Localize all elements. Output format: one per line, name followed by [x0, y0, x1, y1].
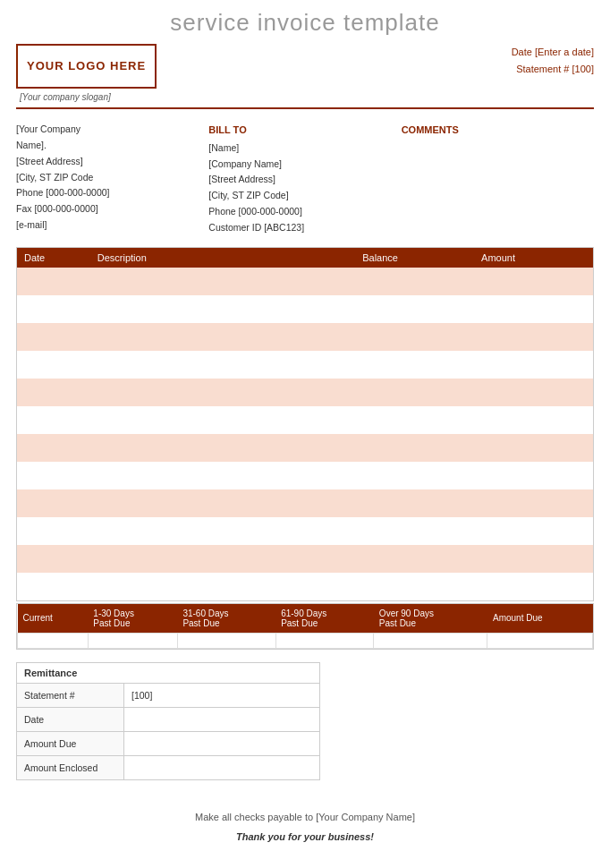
summary-over-90-value — [374, 633, 487, 648]
table-cell-description — [90, 434, 355, 462]
summary-col-61-90: 61-90 DaysPast Due — [275, 604, 374, 634]
invoice-table: Date Description Balance Amount — [17, 248, 593, 600]
thank-you-text: Thank you for your business! — [16, 827, 594, 847]
remittance-label-date: Date — [17, 707, 124, 731]
bill-to-line-1: [Name] — [208, 140, 401, 157]
bill-to-col: BILL TO [Name] [Company Name] [Street Ad… — [208, 122, 401, 236]
table-cell-description — [90, 323, 355, 351]
remittance-row-statement: Statement # [100] — [17, 683, 320, 707]
statement-entry: [100] — [572, 64, 594, 74]
table-cell-date — [17, 379, 90, 406]
company-line-4: [City, ST ZIP Code — [16, 170, 208, 186]
table-cell-date — [17, 323, 90, 351]
remittance-header: Remittance — [17, 662, 320, 683]
table-cell-amount — [474, 489, 593, 517]
info-section: [Your Company Name]. [Street Address] [C… — [16, 118, 594, 236]
table-cell-balance — [355, 434, 474, 462]
table-row — [17, 351, 593, 379]
comments-col: COMMENTS — [402, 122, 594, 236]
table-cell-description — [90, 295, 355, 323]
remittance-value-statement: [100] — [124, 683, 320, 707]
table-cell-balance — [355, 268, 474, 295]
table-cell-date — [17, 517, 90, 545]
table-cell-date — [17, 489, 90, 517]
date-label: Date — [512, 47, 532, 57]
company-slogan: [Your company slogan] — [20, 92, 157, 102]
table-cell-amount — [474, 323, 593, 351]
table-row — [17, 268, 593, 295]
remittance-value-amount-enclosed — [124, 755, 320, 779]
table-cell-description — [90, 517, 355, 545]
remittance-label-statement: Statement # — [17, 683, 124, 707]
summary-col-1-30: 1-30 DaysPast Due — [88, 604, 177, 634]
table-row — [17, 545, 593, 573]
table-cell-balance — [355, 545, 474, 573]
remittance-label-amount-due: Amount Due — [17, 731, 124, 755]
bill-to-line-2: [Company Name] — [208, 157, 401, 173]
summary-table: Current 1-30 DaysPast Due 31-60 DaysPast… — [17, 604, 593, 649]
summary-table-container: Current 1-30 DaysPast Due 31-60 DaysPast… — [16, 603, 594, 650]
company-line-2: Name]. — [16, 138, 208, 154]
logo: YOUR LOGO HERE — [16, 44, 157, 89]
col-header-date: Date — [17, 248, 90, 268]
date-line: Date [Enter a date] — [512, 44, 594, 61]
table-cell-amount — [474, 379, 593, 406]
table-cell-balance — [355, 295, 474, 323]
table-row — [17, 323, 593, 351]
table-cell-amount — [474, 545, 593, 573]
remittance-row-amount-enclosed: Amount Enclosed — [17, 755, 320, 779]
table-cell-amount — [474, 434, 593, 462]
table-cell-description — [90, 573, 355, 600]
bill-to-line-3: [Street Address] — [208, 172, 401, 188]
summary-col-current: Current — [18, 604, 89, 634]
remittance-value-amount-due — [124, 731, 320, 755]
header-date-statement: Date [Enter a date] Statement # [100] — [512, 44, 594, 77]
company-line-6: Fax [000-000-0000] — [16, 201, 208, 217]
company-line-7: [e-mail] — [16, 217, 208, 234]
summary-col-amount-due: Amount Due — [487, 604, 593, 634]
table-cell-amount — [474, 406, 593, 434]
table-cell-date — [17, 295, 90, 323]
table-cell-balance — [355, 379, 474, 406]
col-header-amount: Amount — [474, 248, 593, 268]
statement-line: Statement # [100] — [512, 61, 594, 78]
checks-payable-text: Make all checks payable to [Your Company… — [16, 807, 594, 827]
summary-values-row — [18, 633, 593, 648]
summary-amount-due-value — [487, 633, 593, 648]
date-entry: [Enter a date] — [535, 47, 594, 57]
table-row — [17, 517, 593, 545]
remittance-value-date — [124, 707, 320, 731]
table-cell-description — [90, 268, 355, 295]
header-left: YOUR LOGO HERE [Your company slogan] — [16, 44, 157, 102]
table-row — [17, 295, 593, 323]
table-row — [17, 573, 593, 600]
company-line-5: Phone [000-000-0000] — [16, 185, 208, 201]
table-cell-date — [17, 573, 90, 600]
table-cell-description — [90, 351, 355, 379]
main-table-container: Date Description Balance Amount — [16, 247, 594, 601]
table-cell-date — [17, 545, 90, 573]
footer-section: Make all checks payable to [Your Company… — [16, 807, 594, 847]
summary-col-31-60: 31-60 DaysPast Due — [177, 604, 275, 634]
table-row — [17, 406, 593, 434]
bill-to-line-6: Customer ID [ABC123] — [208, 220, 401, 236]
table-cell-date — [17, 462, 90, 489]
table-cell-date — [17, 434, 90, 462]
summary-1-30-value — [88, 633, 177, 648]
table-cell-description — [90, 489, 355, 517]
statement-label: Statement # — [516, 64, 569, 74]
remittance-section: Remittance Statement # [100] Date Amount… — [16, 662, 320, 780]
bill-to-line-4: [City, ST ZIP Code] — [208, 188, 401, 204]
table-cell-amount — [474, 295, 593, 323]
page-title: service invoice template — [16, 9, 594, 37]
summary-col-over-90: Over 90 DaysPast Due — [374, 604, 487, 634]
col-header-balance: Balance — [355, 248, 474, 268]
table-cell-balance — [355, 517, 474, 545]
table-row — [17, 462, 593, 489]
summary-header-row: Current 1-30 DaysPast Due 31-60 DaysPast… — [18, 604, 593, 634]
table-cell-date — [17, 406, 90, 434]
remittance-label-amount-enclosed: Amount Enclosed — [17, 755, 124, 779]
table-cell-description — [90, 379, 355, 406]
table-cell-balance — [355, 489, 474, 517]
summary-31-60-value — [177, 633, 275, 648]
